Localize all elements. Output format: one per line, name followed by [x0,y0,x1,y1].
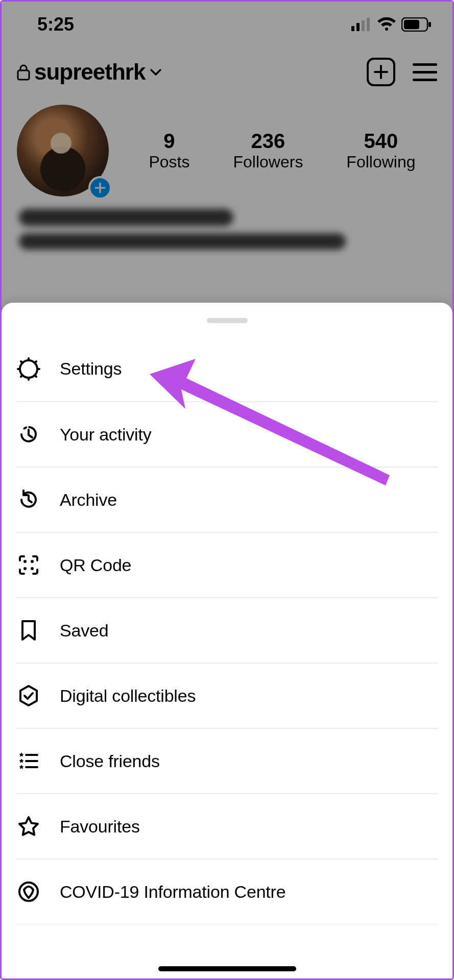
avatar [17,105,109,197]
svg-rect-2 [362,20,365,31]
menu-item-favourites[interactable]: Favourites [16,794,438,859]
menu-item-label: COVID-19 Information Centre [60,882,285,902]
svg-rect-3 [367,18,370,31]
menu-button[interactable] [413,63,437,81]
bio-name-redacted [19,209,233,226]
status-time: 5:25 [37,14,74,35]
menu-item-label: QR Code [60,555,131,575]
profile-header: supreethrk [2,47,452,96]
menu-item-saved[interactable]: Saved [16,598,438,663]
stat-followers-value: 236 [233,130,303,153]
stat-posts[interactable]: 9 Posts [149,130,189,172]
svg-rect-5 [404,20,419,29]
wifi-icon [377,17,396,32]
options-bottom-sheet: Settings Your activity Archive QR Code S [2,303,452,978]
svg-rect-7 [18,70,29,80]
svg-line-13 [21,361,22,363]
bio-text-redacted [19,233,346,250]
stat-posts-label: Posts [149,153,189,172]
menu-item-label: Archive [60,490,117,510]
cellular-icon [351,18,372,31]
svg-rect-4 [402,18,427,31]
svg-point-17 [23,560,27,563]
svg-line-14 [35,375,36,377]
hexagon-check-icon [16,683,41,708]
menu-item-label: Digital collectibles [60,686,196,706]
menu-item-settings[interactable]: Settings [16,336,438,402]
options-menu: Settings Your activity Archive QR Code S [2,336,452,924]
svg-line-15 [21,375,22,377]
svg-point-18 [31,560,34,563]
battery-icon [401,17,432,32]
menu-item-label: Your activity [60,425,151,445]
profile-bio [2,197,452,262]
plus-icon [94,182,106,193]
stat-followers[interactable]: 236 Followers [233,130,303,172]
svg-line-16 [35,361,36,363]
qr-code-icon [16,552,41,578]
status-bar: 5:25 [2,2,452,47]
menu-item-your-activity[interactable]: Your activity [16,402,438,467]
stat-following-label: Following [346,153,415,172]
svg-point-20 [31,567,34,570]
archive-icon [16,487,41,512]
stat-following[interactable]: 540 Following [346,130,415,172]
close-friends-icon [16,748,41,774]
plus-icon [373,64,389,80]
menu-item-digital-collectibles[interactable]: Digital collectibles [16,663,438,728]
username-selector[interactable]: supreethrk [17,59,162,85]
menu-item-qr-code[interactable]: QR Code [16,532,438,598]
stat-followers-label: Followers [233,153,303,172]
gear-icon [16,356,41,382]
home-indicator [158,966,296,971]
activity-icon [16,422,41,447]
username: supreethrk [34,59,145,85]
svg-rect-6 [428,22,431,27]
covid-info-icon [16,879,41,904]
stat-following-value: 540 [346,130,415,153]
menu-item-label: Settings [60,359,122,379]
profile-stats-row: 9 Posts 236 Followers 540 Following [2,96,452,197]
menu-item-covid-info[interactable]: COVID-19 Information Centre [16,859,438,924]
menu-item-close-friends[interactable]: Close friends [16,728,438,794]
svg-rect-0 [351,26,354,31]
new-post-button[interactable] [367,58,395,86]
menu-item-archive[interactable]: Archive [16,467,438,532]
add-story-button[interactable] [88,176,112,200]
bookmark-icon [16,618,41,643]
stat-posts-value: 9 [149,130,189,153]
svg-rect-1 [356,23,360,31]
lock-icon [17,63,30,81]
avatar-wrap[interactable] [17,105,109,197]
sheet-grabber[interactable] [207,318,248,323]
menu-item-label: Saved [60,621,108,641]
chevron-down-icon [149,65,162,79]
menu-item-label: Close friends [60,751,160,771]
svg-point-19 [23,567,27,570]
star-icon [16,814,41,839]
menu-item-label: Favourites [60,817,140,837]
status-icons [351,17,432,32]
